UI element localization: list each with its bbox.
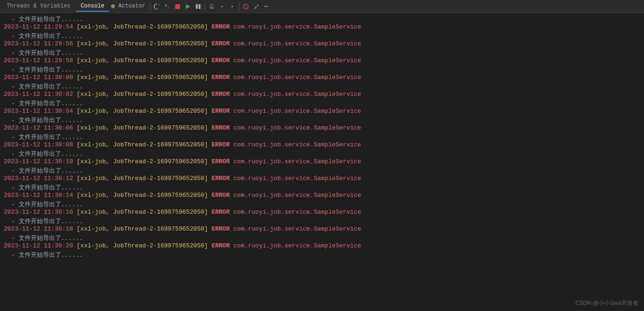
console-area[interactable]: - 文件开始导出了...... 2023-11-12 11:29:54 [xxl… (0, 13, 644, 311)
timestamp: 2023-11-12 11:30:00 (4, 74, 73, 81)
list-item: - 文件开始导出了...... (0, 133, 644, 141)
thread-info: [xxl-job, JobThread-2-1699759652050] (77, 209, 208, 216)
timestamp: 2023-11-12 11:29:56 (4, 40, 73, 47)
thread-info: [xxl-job, JobThread-2-1699759652050] (77, 242, 208, 249)
step-out-button[interactable] (228, 2, 237, 11)
log-container: 2023-11-12 11:29:54 [xxl-job, JobThread-… (0, 23, 644, 259)
list-item: 2023-11-12 11:30:08 [xxl-job, JobThread-… (0, 141, 644, 150)
continuation-text: - 文件开始导出了...... (4, 116, 83, 124)
class-name: com.ruoyi.job.service.SampleService (234, 108, 361, 115)
continuation-text: - 文件开始导出了...... (4, 150, 83, 158)
thread-info: [xxl-job, JobThread-2-1699759652050] (77, 91, 208, 98)
resume-button[interactable] (183, 2, 193, 11)
continuation-text: - 文件开始导出了...... (4, 234, 83, 242)
list-item: 2023-11-12 11:30:18 [xxl-job, JobThread-… (0, 225, 644, 234)
list-item: - 文件开始导出了...... (0, 183, 644, 192)
list-item: 2023-11-12 11:30:02 [xxl-job, JobThread-… (0, 91, 644, 99)
list-item: - 文件开始导出了...... (0, 251, 644, 259)
continuation-text: - 文件开始导出了...... (4, 183, 83, 192)
class-name: com.ruoyi.job.service.SampleService (234, 242, 361, 249)
list-item: 2023-11-12 11:29:56 [xxl-job, JobThread-… (0, 40, 644, 49)
timestamp: 2023-11-12 11:30:04 (4, 108, 73, 115)
svg-rect-4 (209, 7, 214, 8)
thread-info: [xxl-job, JobThread-2-1699759652050] (77, 74, 208, 81)
list-item: - 文件开始导出了...... (0, 65, 644, 74)
list-item: - 文件开始导出了...... (0, 116, 644, 124)
timestamp: 2023-11-12 11:30:06 (4, 124, 73, 131)
clear-button[interactable] (241, 2, 250, 11)
thread-info: [xxl-job, JobThread-2-1699759652050] (77, 225, 208, 232)
error-level: ERROR (212, 158, 230, 165)
timestamp: 2023-11-12 11:30:18 (4, 225, 73, 232)
list-item: - 文件开始导出了...... (0, 166, 644, 175)
tab-actuator[interactable]: Actuator (116, 1, 147, 12)
continuation-text: - 文件开始导出了...... (4, 217, 83, 225)
timestamp: 2023-11-12 11:30:10 (4, 158, 73, 165)
class-name: com.ruoyi.job.service.SampleService (234, 91, 361, 98)
error-level: ERROR (212, 124, 230, 131)
actuator-icon: ⬟ (111, 3, 115, 9)
continuation-text: - 文件开始导出了...... (4, 166, 83, 175)
continuation-text: - 文件开始导出了...... (4, 82, 83, 91)
list-item: 2023-11-12 11:30:06 [xxl-job, JobThread-… (0, 124, 644, 133)
step-into-button[interactable] (217, 2, 227, 11)
thread-info: [xxl-job, JobThread-2-1699759652050] (77, 192, 208, 199)
continuation-text: - 文件开始导出了...... (4, 49, 83, 57)
thread-info: [xxl-job, JobThread-2-1699759652050] (77, 108, 208, 115)
class-name: com.ruoyi.job.service.SampleService (234, 23, 361, 30)
tab-console[interactable]: Console (76, 1, 109, 12)
list-item: 2023-11-12 11:29:54 [xxl-job, JobThread-… (0, 23, 644, 32)
list-item: 2023-11-12 11:30:16 [xxl-job, JobThread-… (0, 209, 644, 217)
error-level: ERROR (212, 141, 230, 148)
timestamp: 2023-11-12 11:29:54 (4, 23, 73, 30)
list-item: - 文件开始导出了...... (0, 15, 644, 23)
step-over-button[interactable] (207, 2, 216, 11)
svg-line-6 (244, 5, 247, 7)
thread-info: [xxl-job, JobThread-2-1699759652050] (77, 141, 208, 148)
thread-info: [xxl-job, JobThread-2-1699759652050] (77, 57, 208, 64)
class-name: com.ruoyi.job.service.SampleService (234, 175, 361, 182)
timestamp: 2023-11-12 11:30:16 (4, 209, 73, 216)
continuation-text: - 文件开始导出了...... (4, 15, 83, 23)
list-item: 2023-11-12 11:30:00 [xxl-job, JobThread-… (0, 74, 644, 82)
timestamp: 2023-11-12 11:30:12 (4, 175, 73, 182)
restart-button[interactable] (152, 2, 162, 11)
list-item: - 文件开始导出了...... (0, 82, 644, 91)
stop-button[interactable] (173, 2, 182, 11)
svg-rect-0 (175, 4, 180, 9)
list-item: - 文件开始导出了...... (0, 200, 644, 209)
list-item: 2023-11-12 11:30:04 [xxl-job, JobThread-… (0, 108, 644, 116)
error-level: ERROR (212, 192, 230, 199)
list-item: - 文件开始导出了...... (0, 49, 644, 57)
list-item: - 文件开始导出了...... (0, 217, 644, 225)
thread-info: [xxl-job, JobThread-2-1699759652050] (77, 158, 208, 165)
continuation-text: - 文件开始导出了...... (4, 32, 83, 40)
list-item: - 文件开始导出了...... (0, 150, 644, 158)
more-options-button[interactable]: ⋯ (262, 2, 271, 11)
rerun-button[interactable] (163, 2, 172, 11)
thread-info: [xxl-job, JobThread-2-1699759652050] (77, 23, 208, 30)
thread-info: [xxl-job, JobThread-2-1699759652050] (77, 175, 208, 182)
continuation-text: - 文件开始导出了...... (4, 99, 83, 108)
class-name: com.ruoyi.job.service.SampleService (234, 124, 361, 131)
list-item: 2023-11-12 11:29:58 [xxl-job, JobThread-… (0, 57, 644, 65)
timestamp: 2023-11-12 11:30:08 (4, 141, 73, 148)
error-level: ERROR (212, 40, 230, 47)
continuation-text: - 文件开始导出了...... (4, 251, 83, 259)
svg-marker-1 (186, 4, 190, 9)
separator-2 (205, 3, 205, 10)
class-name: com.ruoyi.job.service.SampleService (234, 57, 361, 64)
error-level: ERROR (212, 91, 230, 98)
pin-button[interactable] (251, 2, 261, 11)
svg-rect-2 (196, 4, 198, 9)
error-level: ERROR (212, 57, 230, 64)
list-item: 2023-11-12 11:30:14 [xxl-job, JobThread-… (0, 192, 644, 200)
separator-1 (150, 3, 150, 10)
list-item: 2023-11-12 11:30:12 [xxl-job, JobThread-… (0, 175, 644, 183)
class-name: com.ruoyi.job.service.SampleService (234, 158, 361, 165)
thread-info: [xxl-job, JobThread-2-1699759652050] (77, 40, 208, 47)
pause-button[interactable] (193, 2, 203, 11)
tab-threads[interactable]: Threads & Variables (2, 1, 75, 12)
list-item: - 文件开始导出了...... (0, 99, 644, 108)
error-level: ERROR (212, 23, 230, 30)
